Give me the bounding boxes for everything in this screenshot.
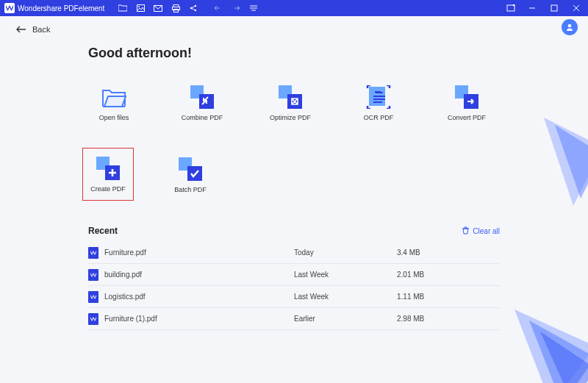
convert-icon	[454, 85, 479, 110]
file-name: Furniture.pdf	[104, 248, 146, 257]
print-icon[interactable]	[171, 3, 181, 13]
action-label: Combine PDF	[182, 114, 223, 121]
recent-section: Recent Clear all Furniture.pdf Today 3.4…	[88, 226, 500, 330]
recent-row[interactable]: Logistics.pdf Last Week 1.11 MB	[88, 286, 500, 308]
recent-row[interactable]: Furniture (1).pdf Earlier 2.98 MB	[88, 308, 500, 330]
quick-actions-grid: Open files Combine PDF Optimize PDF OCR …	[88, 80, 500, 201]
svg-point-1	[138, 6, 140, 7]
clear-icon	[462, 226, 470, 236]
file-size: 3.4 MB	[397, 248, 420, 257]
recent-row[interactable]: Furniture.pdf Today 3.4 MB	[88, 242, 500, 264]
action-combine-pdf[interactable]: Combine PDF	[176, 80, 228, 126]
action-batch-pdf[interactable]: Batch PDF	[165, 152, 216, 201]
batch-icon	[178, 157, 203, 182]
greeting-heading: Good afternoon!	[88, 46, 500, 61]
back-button[interactable]: Back	[16, 25, 50, 34]
back-label: Back	[32, 25, 50, 34]
optimize-icon	[278, 85, 303, 110]
svg-point-6	[190, 7, 192, 9]
image-icon[interactable]	[135, 3, 146, 13]
action-label: OCR PDF	[364, 114, 394, 121]
toolbar-menu-icon[interactable]	[248, 3, 259, 13]
file-name: building.pdf	[104, 271, 142, 279]
action-ocr-pdf[interactable]: OCR PDF	[353, 80, 404, 126]
action-label: Create PDF	[90, 185, 126, 193]
action-label: Batch PDF	[174, 186, 207, 193]
app-logo-icon	[4, 3, 15, 13]
folder-open-icon	[101, 85, 126, 110]
close-button[interactable]	[570, 3, 582, 13]
folder-icon[interactable]	[118, 3, 128, 13]
pdf-file-icon	[88, 313, 98, 325]
share-icon[interactable]	[188, 3, 198, 13]
combine-icon	[190, 85, 215, 110]
svg-point-8	[195, 10, 196, 11]
action-label: Convert PDF	[448, 114, 486, 121]
clear-all-label: Clear all	[473, 227, 500, 235]
minimize-button[interactable]	[526, 3, 538, 13]
back-bar: Back	[0, 16, 588, 43]
file-date: Earlier	[294, 315, 397, 323]
undo-icon[interactable]	[213, 3, 223, 13]
action-label: Open files	[99, 114, 129, 121]
action-create-pdf[interactable]: Create PDF	[82, 148, 134, 201]
clear-all-button[interactable]: Clear all	[462, 226, 500, 236]
create-icon	[96, 156, 121, 181]
app-brand: Wondershare PDFelement	[4, 3, 104, 13]
file-size: 2.98 MB	[397, 315, 424, 323]
maximize-button[interactable]	[548, 3, 560, 13]
pdf-file-icon	[88, 247, 98, 259]
file-date: Today	[294, 248, 397, 257]
action-optimize-pdf[interactable]: Optimize PDF	[265, 80, 316, 126]
action-convert-pdf[interactable]: Convert PDF	[441, 80, 492, 126]
notification-icon[interactable]	[506, 3, 516, 13]
svg-rect-11	[551, 5, 557, 11]
pdf-file-icon	[88, 269, 98, 281]
svg-point-12	[568, 24, 572, 28]
file-name: Logistics.pdf	[104, 293, 146, 301]
recent-list: Furniture.pdf Today 3.4 MB building.pdf …	[88, 242, 500, 330]
file-date: Last Week	[294, 293, 397, 301]
recent-heading: Recent	[88, 226, 118, 236]
redo-icon[interactable]	[231, 3, 241, 13]
user-avatar[interactable]	[562, 19, 578, 35]
file-name: Furniture (1).pdf	[104, 315, 157, 323]
ocr-icon	[366, 85, 391, 110]
action-open-files[interactable]: Open files	[88, 80, 140, 126]
mail-icon[interactable]	[153, 3, 163, 13]
file-date: Last Week	[294, 271, 397, 279]
file-size: 1.11 MB	[397, 293, 424, 301]
svg-point-7	[195, 5, 196, 7]
main-content: Good afternoon! Open files Combine PDF O…	[0, 46, 588, 330]
arrow-left-icon	[16, 26, 26, 33]
pdf-file-icon	[88, 291, 98, 303]
user-icon	[565, 23, 574, 32]
app-title: Wondershare PDFelement	[18, 4, 104, 12]
action-label: Optimize PDF	[270, 114, 311, 121]
file-size: 2.01 MB	[397, 271, 424, 279]
recent-row[interactable]: building.pdf Last Week 2.01 MB	[88, 264, 500, 286]
title-bar: Wondershare PDFelement	[0, 0, 588, 16]
